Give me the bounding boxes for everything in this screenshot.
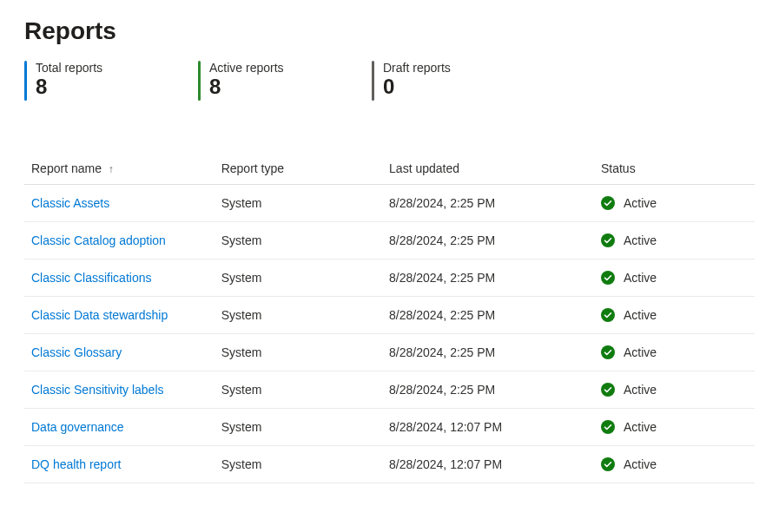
table-row: DQ health reportSystem8/28/2024, 12:07 P… [24,446,755,483]
metric-draft-label: Draft reports [383,61,451,75]
report-type: System [215,446,382,483]
status-label: Active [624,308,657,322]
report-updated: 8/28/2024, 2:25 PM [382,297,594,334]
report-link[interactable]: Classic Sensitivity labels [31,383,164,397]
metric-total-label: Total reports [36,61,102,75]
report-type: System [215,185,382,222]
checkmark-circle-icon [601,383,615,397]
metric-active: Active reports 8 [198,61,372,101]
status-cell: Active [601,345,748,359]
report-link[interactable]: Classic Glossary [31,345,122,359]
column-header-name-label: Report name [31,161,102,175]
status-label: Active [624,233,657,247]
status-cell: Active [601,233,748,247]
metric-draft: Draft reports 0 [372,61,545,101]
checkmark-circle-icon [601,196,615,210]
status-cell: Active [601,308,748,322]
status-cell: Active [601,457,748,471]
report-type: System [215,334,382,371]
report-link[interactable]: Classic Data stewardship [31,308,168,322]
report-updated: 8/28/2024, 12:07 PM [382,446,594,483]
svg-point-2 [601,271,615,285]
report-updated: 8/28/2024, 2:25 PM [382,222,594,259]
metrics-row: Total reports 8 Active reports 8 Draft r… [24,61,755,101]
status-label: Active [624,271,657,285]
svg-point-0 [601,196,615,210]
report-type: System [215,259,382,297]
report-type: System [215,222,382,259]
status-label: Active [624,420,657,434]
column-header-name[interactable]: Report name ↑ [24,153,215,185]
checkmark-circle-icon [601,271,615,285]
report-link[interactable]: DQ health report [31,457,122,471]
svg-point-7 [601,457,615,471]
checkmark-circle-icon [601,345,615,359]
status-label: Active [624,345,657,359]
column-header-updated[interactable]: Last updated [382,153,594,185]
metric-bar-draft [372,61,374,101]
sort-ascending-icon: ↑ [109,163,114,175]
report-link[interactable]: Classic Catalog adoption [31,233,166,247]
table-row: Data governanceSystem8/28/2024, 12:07 PM… [24,409,755,446]
report-link[interactable]: Data governance [31,420,124,434]
metric-draft-value: 0 [383,75,451,100]
table-row: Classic ClassificationsSystem8/28/2024, … [24,259,755,297]
table-row: Classic Catalog adoptionSystem8/28/2024,… [24,222,755,259]
report-updated: 8/28/2024, 2:25 PM [382,259,594,297]
report-updated: 8/28/2024, 2:25 PM [382,185,594,222]
svg-point-4 [601,345,615,359]
table-row: Classic AssetsSystem8/28/2024, 2:25 PMAc… [24,185,755,222]
checkmark-circle-icon [601,308,615,322]
metric-active-value: 8 [209,75,284,100]
report-link[interactable]: Classic Classifications [31,271,151,285]
page-title: Reports [24,17,755,45]
svg-point-5 [601,383,615,397]
checkmark-circle-icon [601,420,615,434]
svg-point-6 [601,420,615,434]
metric-active-label: Active reports [209,61,284,75]
report-type: System [215,297,382,334]
column-header-status[interactable]: Status [594,153,755,185]
report-updated: 8/28/2024, 2:25 PM [382,371,594,409]
column-header-type[interactable]: Report type [215,153,382,185]
report-updated: 8/28/2024, 2:25 PM [382,334,594,371]
metric-total-value: 8 [36,75,102,100]
status-label: Active [624,457,657,471]
report-updated: 8/28/2024, 12:07 PM [382,409,594,446]
table-row: Classic Data stewardshipSystem8/28/2024,… [24,297,755,334]
checkmark-circle-icon [601,233,615,247]
status-cell: Active [601,271,748,285]
svg-point-3 [601,308,615,322]
status-cell: Active [601,383,748,397]
report-link[interactable]: Classic Assets [31,196,109,210]
metric-bar-active [198,61,201,101]
metric-bar-total [24,61,27,101]
report-type: System [215,409,382,446]
status-cell: Active [601,420,748,434]
checkmark-circle-icon [601,457,615,471]
status-cell: Active [601,196,748,210]
status-label: Active [624,196,657,210]
table-row: Classic GlossarySystem8/28/2024, 2:25 PM… [24,334,755,371]
svg-point-1 [601,233,615,247]
metric-total: Total reports 8 [24,61,198,101]
table-row: Classic Sensitivity labelsSystem8/28/202… [24,371,755,409]
reports-table: Report name ↑ Report type Last updated S… [24,153,755,483]
report-type: System [215,371,382,409]
status-label: Active [624,383,657,397]
